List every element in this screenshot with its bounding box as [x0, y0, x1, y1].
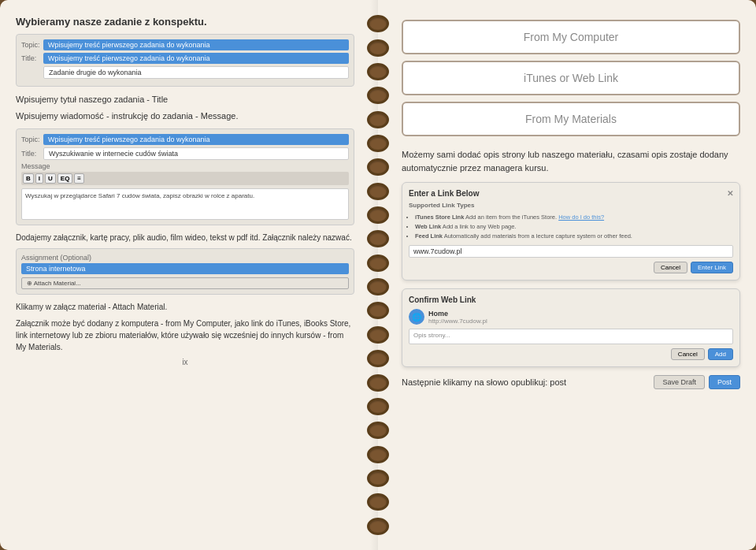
topic-label-1: Topic: [21, 41, 43, 49]
spiral-ring [367, 470, 389, 487]
ui-screenshot-1: Topic: Wpisujemy treść pierwszego zadani… [16, 34, 354, 87]
ui-screenshot-2: Topic: Wpisujemy treść pierwszego zadani… [16, 128, 354, 225]
message-toolbar: B I U EQ ≡ [21, 172, 349, 185]
from-my-materials-btn[interactable]: From My Materials [402, 102, 740, 136]
globe-icon: 🌐 [409, 309, 424, 325]
topic-field-2: Wpisujemy treść pierwszego zadania do wy… [43, 134, 349, 145]
confirm-desc-field[interactable]: Opis strony... [409, 329, 733, 344]
attach-material-btn[interactable]: ⊕ Attach Material... [21, 277, 349, 289]
url-input[interactable] [409, 245, 733, 258]
confirm-site-url: http://www.7cudow.pl [428, 318, 733, 325]
bottom-text: Następnie klikamy na słowo opublikuj: po… [402, 377, 566, 387]
page-title: Wybieramy nasze zadanie z konspektu. [16, 16, 354, 28]
text-line-2: Wpisujemy wiadomość - instrukcję do zada… [16, 110, 354, 123]
eq-btn[interactable]: EQ [57, 173, 73, 184]
left-page: Wybieramy nasze zadanie z konspektu. Top… [0, 0, 378, 550]
from-my-computer-btn[interactable]: From My Computer [402, 20, 740, 54]
spiral-ring [367, 302, 389, 319]
itunes-web-link-btn[interactable]: iTunes or Web Link [402, 61, 740, 95]
dialog-title-row: Enter a Link Below ✕ [409, 189, 733, 198]
dialog-title-text: Enter a Link Below [409, 189, 479, 198]
spiral-ring [367, 518, 389, 535]
spiral-ring [367, 493, 389, 511]
text-block-2: Dodajemy załącznik, kartę pracy, plik au… [16, 232, 354, 243]
text-line-1: Wpisujemy tytuł naszego zadania - Title [16, 93, 354, 106]
spiral-ring [367, 63, 389, 80]
text-block-1: Wpisujemy tytuł naszego zadania - Title … [16, 93, 354, 122]
spiral-ring [367, 398, 389, 415]
spiral-ring [367, 87, 389, 104]
bold-btn[interactable]: B [23, 173, 34, 184]
underline-btn[interactable]: U [45, 173, 56, 184]
right-page: From My Computer iTunes or Web Link From… [378, 0, 756, 550]
topic-label-2: Topic: [21, 136, 43, 143]
more-btn[interactable]: ≡ [74, 173, 84, 184]
title-label-1: Title: [21, 54, 43, 62]
confirm-web-link-dialog: Confirm Web Link 🌐 Home http://www.7cudo… [402, 288, 740, 367]
spiral-ring [367, 350, 389, 367]
description-text: Możemy sami dodać opis strony lub naszeg… [402, 148, 740, 174]
dialog-close-btn[interactable]: ✕ [727, 189, 733, 198]
subtitle-field-1: Zadanie drugie do wykonania [43, 66, 349, 79]
assignment-label: Assignment (Optional) [21, 254, 349, 262]
assignment-section: Assignment (Optional) Strona internetowa… [16, 248, 354, 295]
confirm-actions: Cancel Add [409, 348, 733, 360]
text-block-3: Klikamy w załącz materiał - Attach Mater… [16, 301, 354, 313]
spiral-ring [367, 15, 389, 32]
dialog-actions: Cancel Enter Link [409, 262, 733, 273]
confirm-add-btn[interactable]: Add [708, 348, 733, 360]
enter-link-dialog: Enter a Link Below ✕ Supported Link Type… [402, 182, 740, 281]
italic-btn[interactable]: I [35, 173, 43, 184]
notebook: Wybieramy nasze zadanie z konspektu. Top… [0, 0, 756, 550]
link-type-web: Web Link Add a link to any Web page. [415, 222, 733, 232]
supported-types-label: Supported Link Types [409, 202, 733, 209]
spiral-ring [367, 326, 389, 344]
dialog-cancel-btn[interactable]: Cancel [654, 262, 687, 273]
confirm-url-row: 🌐 Home http://www.7cudow.pl [409, 309, 733, 325]
how-to-link[interactable]: How do I do this? [558, 214, 604, 221]
source-buttons: From My Computer iTunes or Web Link From… [402, 20, 740, 136]
assignment-field: Strona internetowa [21, 263, 349, 274]
confirm-site-info: Home http://www.7cudow.pl [428, 310, 733, 325]
spiral-ring [367, 111, 389, 128]
bottom-actions: Save Draft Post [654, 375, 740, 389]
spiral-ring [367, 39, 389, 57]
spiral-binding [366, 0, 390, 550]
spiral-ring [367, 183, 389, 200]
spiral-ring [367, 374, 389, 392]
spiral-ring [367, 135, 389, 152]
message-section-label: Message [21, 162, 349, 170]
page-number: ix [16, 358, 354, 366]
url-input-row [409, 245, 733, 258]
link-type-feed: Feed Link Automatically add materials fr… [415, 232, 733, 241]
message-content: Wyszukaj w przeglądarce Safari 7 cudów ś… [21, 188, 349, 220]
save-draft-btn[interactable]: Save Draft [654, 375, 705, 389]
bottom-row: Następnie klikamy na słowo opublikuj: po… [402, 375, 740, 389]
spiral-ring [367, 158, 389, 176]
topic-field-1: Wpisujemy treść pierwszego zadania do wy… [43, 39, 349, 50]
title-field-2: Wyszukiwanie w internecie cudów świata [43, 147, 349, 160]
spiral-ring [367, 255, 389, 272]
enter-link-btn[interactable]: Enter Link [691, 262, 733, 273]
link-types-list: iTunes Store Link Add an item from the i… [409, 213, 733, 241]
title-label-2: Title: [21, 150, 43, 158]
spiral-ring [367, 230, 389, 247]
link-type-itunes: iTunes Store Link Add an item from the i… [415, 213, 733, 222]
post-btn[interactable]: Post [709, 375, 740, 389]
spiral-ring [367, 422, 389, 439]
confirm-title: Confirm Web Link [409, 295, 733, 304]
confirm-cancel-btn[interactable]: Cancel [671, 348, 705, 360]
spiral-ring [367, 278, 389, 295]
title-field-1: Wpisujemy treść pierwszego zadania do wy… [43, 53, 349, 64]
spiral-ring [367, 206, 389, 224]
text-block-4: Załącznik może być dodany z komputera - … [16, 318, 354, 353]
confirm-site-name: Home [428, 310, 733, 318]
spiral-ring [367, 446, 389, 463]
